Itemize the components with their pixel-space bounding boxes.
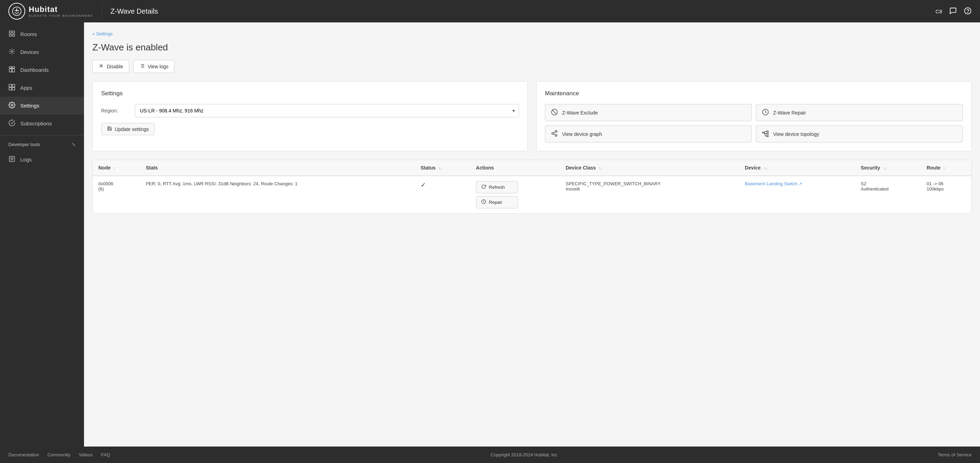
svg-rect-9 [12,67,15,68]
svg-point-7 [11,51,13,53]
region-select[interactable]: US-LR - 908.4 Mhz, 916 Mhz [135,104,519,117]
view-device-graph-button[interactable]: View device graph [545,125,752,142]
logo-sub: ELEVATE YOUR ENVIRONMENT [29,14,94,18]
svg-line-35 [554,134,555,135]
developer-tools-label: Developer tools [8,142,40,147]
sidebar-item-settings[interactable]: Settings [0,97,84,115]
col-actions[interactable]: Actions [470,160,560,176]
svg-point-33 [552,133,554,134]
page-title: Z-Wave Details [111,7,158,15]
svg-rect-12 [9,85,12,87]
sidebar-label-apps: Apps [20,85,32,91]
update-settings-label: Update settings [115,126,149,132]
sidebar-label-logs: Logs [20,156,32,163]
sidebar-item-developer-tools[interactable]: Developer tools ⤡ [0,138,84,151]
external-link-icon: ↗ [799,181,802,186]
sidebar-divider [0,135,84,136]
sidebar-item-logs[interactable]: Logs [0,151,84,168]
footer-faq[interactable]: FAQ [101,452,110,457]
rooms-icon [8,30,15,38]
logs-icon [8,155,15,164]
cell-route: 01 -> 06 100kbps [921,176,971,213]
svg-rect-8 [10,67,12,68]
col-device-class[interactable]: Device Class ↑↓ [560,160,739,176]
footer-videos[interactable]: Videos [79,452,93,457]
table-body: 0x0006 (6) PER: 0, RTT Avg: 1ms, LWR RSS… [93,176,971,213]
sidebar-label-dashboards: Dashboards [20,67,49,73]
cell-status: ✓ [415,176,470,213]
device-link[interactable]: Basement Landing Switch ↗ [745,181,850,186]
sidebar-item-devices[interactable]: Devices [0,43,84,61]
sidebar-label-settings: Settings [20,103,39,109]
graph-icon [551,130,558,138]
footer-terms[interactable]: Terms of Service [938,452,972,457]
route-sort-icon: ↑ [943,166,945,170]
footer: Documentation Community Videos FAQ Copyr… [0,447,980,463]
device-class-line2: Inovelli [566,186,733,192]
col-route[interactable]: Route ↑ [921,160,971,176]
footer-copyright: Copyright 2018-2024 Hubitat, Inc [491,452,558,457]
region-label: Region: [101,108,129,113]
zwave-exclude-button[interactable]: Z-Wave Exclude [545,104,752,121]
subscriptions-icon [8,120,15,128]
footer-right: Terms of Service [938,452,972,457]
maintenance-card-title: Maintenance [545,90,963,97]
cell-node: 0x0006 (6) [93,176,140,213]
svg-point-34 [555,134,557,136]
view-device-topology-button[interactable]: View device topology [756,125,963,142]
svg-rect-38 [767,131,768,132]
back-link[interactable]: « Settings [92,31,113,37]
main-layout: Rooms Devices Dashboards Apps Settings [0,22,980,447]
header-right: C8 [935,7,972,16]
svg-rect-11 [12,69,15,72]
svg-rect-14 [9,88,12,90]
row-repair-button[interactable]: Repair [476,196,518,208]
cell-actions: Refresh Repair [470,176,560,213]
col-device[interactable]: Device ↑↓ [739,160,855,176]
region-row: Region: US-LR - 908.4 Mhz, 916 Mhz ▾ [101,104,519,117]
cards-row: Settings Region: US-LR - 908.4 Mhz, 916 … [92,81,972,151]
repair-icon [762,109,769,117]
cell-device-class: SPECIFIC_TYPE_POWER_SWITCH_BINARY Inovel… [560,176,739,213]
device-sort-icon: ↑↓ [764,166,767,170]
zwave-exclude-label: Z-Wave Exclude [562,110,598,116]
sidebar-item-dashboards[interactable]: Dashboards [0,61,84,79]
sidebar-label-subscriptions: Subscriptions [20,120,52,126]
table-header-row: Node ↑ Stats Status ↑↓ Actions Device Cl… [93,160,971,176]
topology-icon [762,130,769,138]
zwave-repair-button[interactable]: Z-Wave Repair [756,104,963,121]
view-logs-button[interactable]: View logs [134,60,175,73]
sidebar-item-rooms[interactable]: Rooms [0,25,84,43]
device-class-sort-icon: ↑↓ [599,166,603,170]
svg-rect-3 [10,31,11,33]
svg-line-30 [552,110,557,114]
footer-documentation[interactable]: Documentation [8,452,39,457]
sidebar-item-apps[interactable]: Apps [0,79,84,97]
col-stats[interactable]: Stats [140,160,415,176]
help-icon[interactable] [964,7,972,16]
col-security[interactable]: Security ↑↓ [855,160,921,176]
disable-label: Disable [107,64,123,69]
chat-icon[interactable] [949,7,957,16]
col-status[interactable]: Status ↑↓ [415,160,470,176]
logo-text: Hubitat ELEVATE YOUR ENVIRONMENT [29,5,94,18]
device-class-line1: SPECIFIC_TYPE_POWER_SWITCH_BINARY [566,181,733,186]
table-row: 0x0006 (6) PER: 0, RTT Avg: 1ms, LWR RSS… [93,176,971,213]
maintenance-grid: Z-Wave Exclude Z-Wave Repair View device… [545,104,963,142]
sidebar-item-subscriptions[interactable]: Subscriptions [0,115,84,133]
sidebar-label-rooms: Rooms [20,31,37,37]
update-settings-button[interactable]: Update settings [101,123,155,135]
refresh-button[interactable]: Refresh [476,181,518,193]
status-checkmark: ✓ [421,181,426,188]
x-icon [99,63,104,70]
devices-icon [8,48,15,56]
devices-table: Node ↑ Stats Status ↑↓ Actions Device Cl… [93,160,971,213]
cell-security: S2 Authenticated [855,176,921,213]
maintenance-card: Maintenance Z-Wave Exclude Z-Wave Repair [536,81,972,151]
col-node[interactable]: Node ↑ [93,160,140,176]
footer-community[interactable]: Community [47,452,70,457]
svg-rect-13 [12,85,15,87]
zwave-table: Node ↑ Stats Status ↑↓ Actions Device Cl… [92,160,972,214]
disable-button[interactable]: Disable [92,60,129,73]
refresh-label: Refresh [489,185,505,190]
